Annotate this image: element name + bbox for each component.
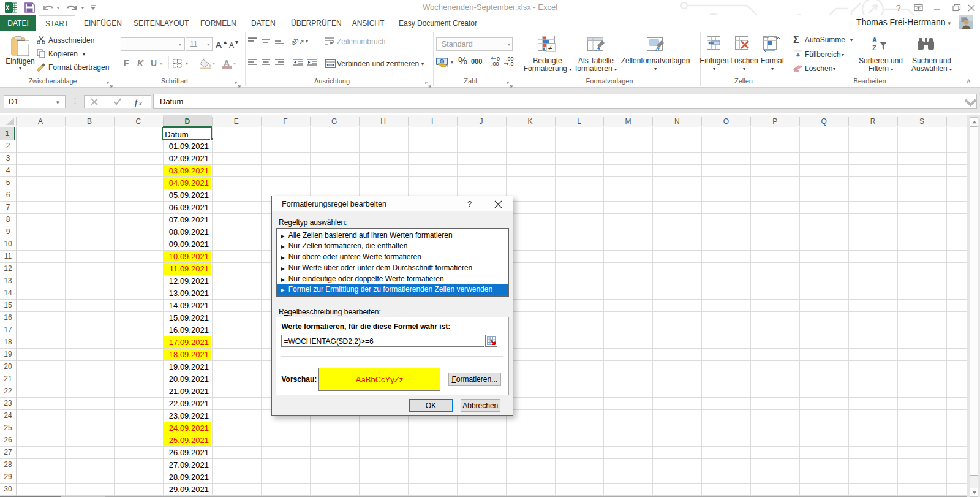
svg-text:?: ? bbox=[896, 3, 901, 13]
svg-text:,0: ,0 bbox=[509, 61, 514, 66]
svg-text:A: A bbox=[872, 36, 877, 44]
svg-text:Z: Z bbox=[872, 44, 876, 51]
svg-text:A: A bbox=[216, 39, 222, 50]
svg-text:f: f bbox=[135, 97, 138, 107]
svg-text:≠: ≠ bbox=[548, 44, 552, 52]
svg-text:x: x bbox=[138, 100, 142, 107]
svg-text:A: A bbox=[229, 41, 234, 50]
svg-text:,00: ,00 bbox=[491, 61, 499, 66]
svg-text:ab: ab bbox=[292, 36, 300, 46]
